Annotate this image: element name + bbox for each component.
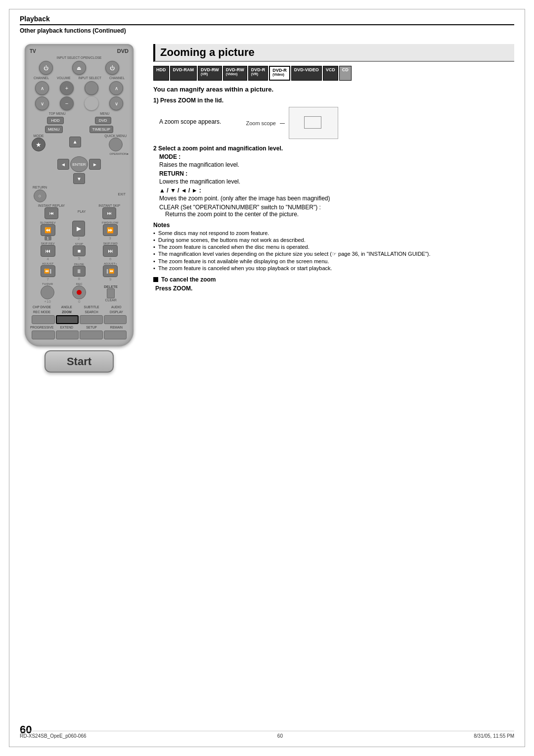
left-arrow-button[interactable]: ◄ — [57, 159, 69, 170]
tv-dvr-button[interactable] — [41, 285, 54, 299]
instant-skip-col: INSTANT SKIP ⏭ — [98, 204, 120, 219]
hdd-button[interactable]: HDD — [47, 117, 63, 124]
channel-vol-labels: CHANNEL VOLUME INPUT SELECT CHANNEL — [30, 76, 129, 80]
stop-button[interactable]: ■ — [73, 245, 86, 256]
input-select-label: INPUT SELECT — [57, 56, 80, 59]
pause-row: ADJUST ⏪‖ 7 PAUSE ⏸ 8 ADJUST+ ‖⏩ 9 — [32, 262, 127, 282]
nav-area: OPERATION● ◄ ENTER ► ▼ — [30, 152, 129, 184]
channel-vol-row: ∧ + ∧ — [30, 81, 129, 95]
quick-menu-button[interactable] — [109, 138, 123, 151]
instant-replay-button[interactable]: ⏮ — [44, 207, 58, 219]
notes-section: Notes Some discs may not respond to zoom… — [153, 222, 514, 271]
channel-down-button[interactable]: ∨ — [35, 96, 49, 110]
skip-rev-button[interactable]: ⏮ — [41, 245, 55, 257]
enter-button[interactable]: ENTER — [70, 156, 88, 172]
num-8: 8 — [78, 277, 80, 281]
instant-skip-label: INSTANT SKIP — [98, 204, 120, 207]
up-arrow-button[interactable]: ▲ — [69, 137, 81, 147]
rec-delete-row: TV/DVR +10 REC 0 DELETE CLEAR — [32, 283, 127, 304]
open-close-label: OPEN/CLOSE — [81, 56, 101, 59]
mode-desc: Raises the magnification level. — [159, 161, 514, 168]
rec-dot — [77, 290, 82, 295]
func-btn-6[interactable] — [56, 331, 79, 339]
cancel-section: To cancel the zoom Press ZOOM. — [153, 276, 514, 292]
input-select3-button[interactable] — [85, 81, 98, 95]
fwd-slow-col: FWD/SLOW ⏩ 3 — [102, 221, 118, 240]
fwd-slow-button[interactable]: ⏩ — [103, 224, 118, 236]
tv-power-button[interactable]: ⏻ — [39, 61, 53, 75]
dvd-button[interactable]: DVD — [95, 117, 111, 124]
instant-skip-button[interactable]: ⏭ — [102, 207, 116, 219]
instant-replay-col: INSTANT REPLAY ⏮ — [38, 204, 65, 219]
eject-button[interactable]: ⏏ — [72, 61, 86, 75]
play-label-col: PLAY — [78, 210, 86, 213]
channel-up2-button[interactable]: ∧ — [109, 81, 123, 95]
zoom-func-btn[interactable] — [56, 315, 79, 324]
func-btn-8[interactable] — [104, 331, 127, 339]
skip-fwd-button[interactable]: ⏭ — [103, 245, 118, 257]
rec-mode-label: REC MODE — [30, 310, 54, 314]
subtitle-label: SUBTITLE — [80, 305, 104, 309]
return-button[interactable]: ○ — [34, 189, 46, 202]
clear-subtext: Returns the zoom point to the center of … — [165, 211, 514, 218]
volume-plus-button[interactable]: + — [60, 81, 74, 95]
tv-label: TV — [30, 48, 36, 54]
func-btn-3[interactable] — [80, 315, 103, 324]
func-btn-5[interactable] — [32, 331, 55, 339]
num-2: 2 — [78, 236, 80, 241]
func-btn-4[interactable] — [104, 315, 127, 324]
func-btns-row2 — [32, 331, 127, 339]
operation-label: OPERATION● — [30, 152, 129, 155]
tv-dvr-col: TV/DVR +10 — [41, 283, 54, 304]
dvd-power-button[interactable]: ⏻ — [105, 61, 119, 75]
note-6: The zoom feature is canceled when you st… — [153, 265, 514, 271]
func-btn-7[interactable] — [80, 331, 103, 339]
pause-button[interactable]: ⏸ — [73, 266, 86, 277]
badge-hdd: HDD — [153, 66, 169, 81]
mode-quickmenu-row: MODE ★ ▲ QUICK MENU — [32, 134, 127, 151]
adjust2-button[interactable]: ‖⏩ — [103, 265, 118, 277]
right-arrow-button[interactable]: ► — [89, 159, 101, 170]
remain-label: REMAIN — [104, 326, 129, 329]
note-1: Some discs may not respond to zoom featu… — [153, 230, 514, 236]
delete-clear-col: DELETE CLEAR — [104, 285, 118, 302]
search-label: SEARCH — [80, 310, 104, 314]
func-labels-row3: PROGRESSIVE EXTEND SETUP REMAIN — [30, 326, 129, 329]
down-arrow-button[interactable]: ▼ — [73, 173, 85, 184]
adjust-button[interactable]: ⏪‖ — [41, 265, 55, 277]
arrows-text: Moves the zoom point. (only after the im… — [159, 195, 514, 202]
header-section: Playback — [20, 15, 514, 25]
clear-label: CLEAR — [105, 298, 116, 302]
pause-col: PAUSE ⏸ 8 — [73, 263, 86, 281]
func-btn-1[interactable] — [32, 315, 55, 324]
play-button[interactable]: ▶ — [72, 221, 85, 236]
return-bold: RETURN : — [159, 170, 187, 177]
channel-down2-button[interactable]: ∨ — [109, 96, 123, 110]
zoom-label: ZOOM — [54, 310, 79, 314]
menu-button[interactable]: MENU — [45, 126, 63, 133]
arrows-label: ▲ / ▼ / ◄ / ► : — [159, 187, 514, 194]
delete-label: DELETE — [104, 285, 118, 288]
timeslip-button[interactable]: TIMESLIP — [89, 126, 113, 133]
start-button[interactable]: Start — [44, 350, 114, 373]
rec-button[interactable] — [72, 285, 86, 299]
play-label: PLAY — [78, 210, 86, 213]
blank-button — [85, 96, 98, 110]
channel2-label: CHANNEL — [109, 76, 125, 80]
input-select-row: INPUT SELECT OPEN/CLOSE — [30, 56, 129, 59]
slow-rev-button[interactable]: ⏪ — [41, 224, 55, 236]
zoom-scope-label: Zoom scope — [246, 120, 276, 126]
delete-button[interactable] — [107, 288, 115, 298]
star-button[interactable]: ★ — [32, 138, 45, 151]
return-label-text: RETURN : — [159, 170, 514, 177]
exit-label: EXIT — [118, 192, 126, 196]
zoom-scope-arrow: — — [280, 120, 285, 126]
main-layout: TV DVD INPUT SELECT OPEN/CLOSE ⏻ ⏏ — [20, 44, 514, 373]
channel-up-button[interactable]: ∧ — [35, 81, 49, 95]
volume-minus-button[interactable]: − — [60, 96, 74, 110]
cancel-header: To cancel the zoom — [153, 276, 514, 283]
func-labels-row1: CHP DIVIDE ANGLE SUBTITLE AUDIO — [30, 305, 129, 309]
volume-label: VOLUME — [57, 76, 70, 80]
badge-cd: CD — [339, 66, 352, 81]
stop-row: SKIP REV ⏮ 4 STOP ■ 5 SKIP FWD ⏭ 6 — [32, 242, 127, 261]
